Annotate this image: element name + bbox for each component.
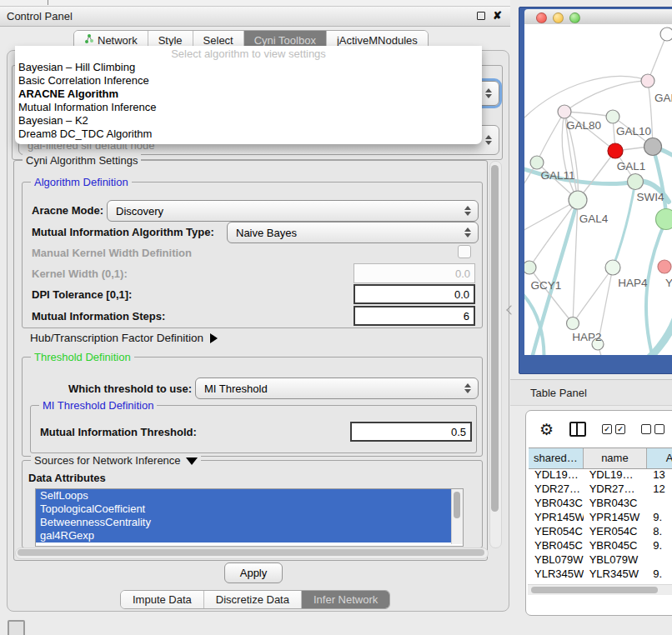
attribute-item[interactable]: gal4RGexp xyxy=(36,529,463,542)
settings-horizontal-scrollbar[interactable] xyxy=(15,548,489,559)
network-edge[interactable] xyxy=(537,112,564,162)
float-window-icon[interactable] xyxy=(477,12,485,20)
attribute-item[interactable]: BetweennessCentrality xyxy=(36,516,463,529)
algorithm-option[interactable]: Bayesian – K2 xyxy=(15,114,482,128)
network-edge[interactable] xyxy=(533,200,578,355)
deselect-all-columns-icon[interactable] xyxy=(641,424,664,434)
network-node[interactable] xyxy=(530,156,544,169)
table-cell: YPR145W xyxy=(584,510,648,524)
network-node[interactable] xyxy=(644,138,662,156)
network-node[interactable] xyxy=(606,110,619,123)
aracne-mode-label: Aracne Mode: xyxy=(32,204,103,217)
algorithm-option[interactable]: Bayesian – Hill Climbing xyxy=(15,61,482,74)
apply-button[interactable]: Apply xyxy=(224,562,283,583)
algorithm-option[interactable]: Mutual Information Inference xyxy=(15,101,482,114)
gear-icon[interactable]: ⚙ xyxy=(539,422,554,438)
collapse-down-icon xyxy=(186,458,198,465)
network-edge[interactable] xyxy=(653,147,666,214)
algorithm-option[interactable]: Basic Correlation Inference xyxy=(15,74,482,88)
network-edge[interactable] xyxy=(564,81,648,112)
tab-infer-network[interactable]: Infer Network xyxy=(302,591,389,608)
network-node[interactable] xyxy=(658,260,671,273)
network-node[interactable] xyxy=(605,260,620,275)
network-node[interactable] xyxy=(656,209,672,230)
attribute-item[interactable]: SelfLoops xyxy=(36,489,463,502)
network-node[interactable] xyxy=(558,105,571,118)
combo-spinner-icon xyxy=(464,228,471,238)
network-node[interactable] xyxy=(660,28,672,41)
tab-label: Select xyxy=(203,34,233,47)
manual-kernel-label: Manual Kernel Width Definition xyxy=(32,247,192,259)
table-cell: YBR043C xyxy=(529,496,584,510)
which-threshold-combo[interactable]: MI Threshold xyxy=(195,378,479,399)
attribute-item[interactable]: TopologicalCoefficient xyxy=(36,502,463,516)
table-row[interactable]: YER054CYER054C8. xyxy=(529,524,672,538)
network-node-label: GAL1 xyxy=(617,160,646,172)
settings-vertical-scrollbar[interactable] xyxy=(489,161,502,548)
hub-definition-label[interactable]: Hub/Transcription Factor Definition xyxy=(30,332,218,344)
minimize-traffic-light-icon[interactable] xyxy=(553,12,564,23)
table-cell: 9. xyxy=(647,538,672,552)
zoom-traffic-light-icon[interactable] xyxy=(569,12,580,23)
network-node[interactable] xyxy=(569,191,587,209)
scrollbar-thumb[interactable] xyxy=(454,492,460,518)
network-node[interactable] xyxy=(608,143,623,158)
mi-type-combo[interactable]: Naive Bayes xyxy=(227,222,479,243)
scrollbar-thumb[interactable] xyxy=(531,587,658,593)
aracne-mode-combo[interactable]: Discovery xyxy=(107,200,479,222)
table-row[interactable]: YDR27…YDR27…12 xyxy=(529,482,672,496)
table-row[interactable]: YDL19…YDL19…13 xyxy=(529,468,672,482)
manual-kernel-checkbox[interactable] xyxy=(458,245,471,258)
table-cell: 9. xyxy=(647,510,672,524)
table-horizontal-scrollbar[interactable] xyxy=(528,584,672,595)
network-window-titlebar[interactable] xyxy=(524,9,672,25)
table-row[interactable]: YBR043CYBR043C xyxy=(529,496,672,510)
application-window: Control Panel ✘ NetworkStyleSelectCyni T… xyxy=(0,0,672,635)
table-cell: YBL079W xyxy=(584,552,648,567)
scrollbar-thumb[interactable] xyxy=(18,549,484,556)
mi-threshold-label: Mutual Information Threshold: xyxy=(40,426,197,438)
sources-title[interactable]: Sources for Network Inference xyxy=(31,454,201,467)
network-edge[interactable] xyxy=(646,219,666,351)
tab-impute-data[interactable]: Impute Data xyxy=(121,591,204,608)
table-column-header[interactable]: shared… xyxy=(529,448,584,468)
network-node[interactable] xyxy=(628,174,644,190)
network-edge[interactable] xyxy=(529,200,578,268)
table-row[interactable]: YBL079WYBL079W xyxy=(529,552,672,567)
table-cell: YER054C xyxy=(584,524,648,538)
scrollbar-thumb[interactable] xyxy=(491,165,499,512)
mi-steps-field[interactable]: 6 xyxy=(354,306,475,326)
dropdown-placeholder: Select algorithm to view settings xyxy=(15,47,482,61)
table-cell xyxy=(647,496,672,510)
settings-group-title: Cyni Algorithm Settings xyxy=(23,154,141,167)
network-node[interactable] xyxy=(641,74,654,88)
attributes-scrollbar[interactable] xyxy=(451,489,463,544)
algorithm-option[interactable]: ARACNE Algorithm xyxy=(15,88,482,101)
network-edge[interactable] xyxy=(648,34,667,81)
mi-threshold-field[interactable]: 0.5 xyxy=(350,422,472,442)
select-all-columns-icon[interactable]: ✓✓ xyxy=(602,424,625,434)
network-view-canvas[interactable]: GALGAL80GAL10GAL1GAL11SWI4GAL4GCY1HAP4YH… xyxy=(524,24,672,355)
table-column-header[interactable]: name xyxy=(584,448,647,468)
panel-title: Control Panel xyxy=(7,10,73,22)
network-node[interactable] xyxy=(567,318,579,330)
kernel-width-field[interactable]: 0.0 xyxy=(354,263,475,283)
columns-icon[interactable] xyxy=(569,422,586,437)
table-row[interactable]: YBR045CYBR045C9. xyxy=(529,538,672,552)
table-column-header[interactable]: A xyxy=(647,448,672,468)
network-node[interactable] xyxy=(524,261,536,274)
collapsed-panel-icon[interactable] xyxy=(8,620,25,635)
combo-spinner-icon xyxy=(485,135,492,145)
close-traffic-light-icon[interactable] xyxy=(536,12,547,23)
dpi-tolerance-field[interactable]: 0.0 xyxy=(354,284,475,304)
network-node-label: GAL80 xyxy=(566,119,601,132)
tab-discretize-data[interactable]: Discretize Data xyxy=(204,591,302,608)
close-icon[interactable]: ✘ xyxy=(493,10,502,21)
network-edge[interactable] xyxy=(613,182,635,268)
combo-spinner-icon xyxy=(464,206,471,216)
table-row[interactable]: YPR145WYPR145W9. xyxy=(529,510,672,524)
table-row[interactable]: YLR345WYLR345W9. xyxy=(529,567,672,578)
network-edge[interactable] xyxy=(564,112,613,117)
network-node-label: GAL10 xyxy=(616,125,651,138)
algorithm-option[interactable]: Dream8 DC_TDC Algorithm xyxy=(15,128,482,141)
